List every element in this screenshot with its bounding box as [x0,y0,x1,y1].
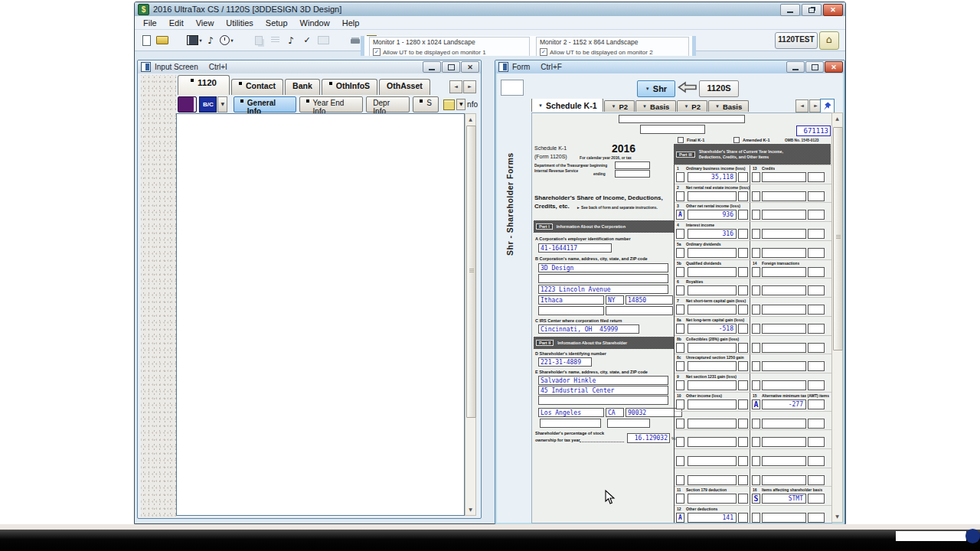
copy-icon[interactable]: ▾ [251,33,266,48]
shareholder-street-field[interactable]: 45 Industrial Center [538,386,668,395]
restore-button[interactable] [802,4,822,16]
unit-field[interactable] [738,210,748,220]
unit-field[interactable] [738,343,748,353]
list-icon[interactable]: ▾ [267,33,283,48]
amount-field[interactable] [688,437,737,447]
amount-field[interactable] [762,305,806,315]
book-icon[interactable]: ▾ [187,33,202,48]
unit-field[interactable] [738,305,748,315]
unit-field[interactable] [738,419,748,429]
unit-field[interactable] [738,172,748,182]
input-maximize-button[interactable] [442,61,460,73]
unit-field[interactable] [738,380,748,390]
code-field[interactable] [676,419,684,429]
amount-field[interactable] [762,456,806,466]
amount-field[interactable] [762,513,806,523]
amount-field[interactable] [762,267,806,277]
menu-item[interactable]: Help [336,18,366,28]
code-field[interactable] [752,343,760,353]
field-a-value[interactable]: 41-1644117 [538,243,612,253]
code-field[interactable] [676,343,684,353]
unit-field[interactable] [808,285,825,295]
toolbar-separator[interactable]: ▾ [171,33,186,48]
code-field[interactable] [676,305,684,315]
code-field[interactable] [752,191,760,201]
note-icon[interactable]: ♪▾ [283,33,299,48]
shareholder-state-field[interactable]: CA [606,408,624,417]
corp-state-field[interactable]: NY [606,295,624,305]
shareholder-city-field[interactable]: Los Angeles [538,408,604,417]
amount-field[interactable] [688,343,737,353]
unit-field[interactable] [808,475,825,485]
unit-field[interactable] [738,267,748,277]
unit-field[interactable] [808,324,825,334]
amount-field[interactable] [762,172,806,182]
amount-field[interactable] [688,419,737,429]
amount-field[interactable] [762,191,806,201]
code-field[interactable]: S [752,494,760,504]
unit-field[interactable] [738,324,748,334]
form-scrollbar[interactable]: ▲ ▼ [831,112,843,523]
code-field[interactable]: A [676,210,684,220]
menu-item[interactable]: Window [294,18,336,28]
bc-view-icon[interactable]: B/C [199,96,217,112]
unit-field[interactable] [808,267,825,277]
amount-field[interactable]: 316 [688,229,737,239]
amount-field[interactable] [762,361,806,371]
code-field[interactable] [752,380,760,390]
amount-field[interactable]: 141 [688,513,737,523]
shareholder-name-field[interactable]: Salvador Hinkle [538,376,668,385]
amount-field[interactable] [762,419,806,429]
form-tab[interactable]: ▼ P2 [604,100,635,112]
unit-field[interactable] [808,513,825,523]
amount-field[interactable] [762,324,806,334]
input-screen-tab[interactable]: OthInfoS [322,79,377,95]
code-field[interactable] [752,229,760,239]
pages-icon[interactable] [443,99,456,110]
scroll-down-icon[interactable]: ▼ [466,504,475,515]
amended-k1-checkbox[interactable] [733,137,740,143]
input-minimize-button[interactable] [423,61,441,73]
minimize-button[interactable] [780,4,800,16]
corp-city-field[interactable]: Ithaca [538,295,604,305]
unit-field[interactable] [808,361,825,371]
unit-field[interactable] [808,343,825,353]
unit-field[interactable] [808,229,825,239]
code-field[interactable] [752,248,760,258]
unit-field[interactable] [808,191,825,201]
code-field[interactable] [676,456,684,466]
unit-field[interactable] [738,191,748,201]
unit-field[interactable] [738,399,748,409]
amount-field[interactable] [762,437,806,447]
amount-field[interactable] [762,248,806,258]
image-icon[interactable]: ▾ [315,33,331,48]
code-field[interactable] [752,305,760,315]
unit-field[interactable] [808,172,825,182]
form-tab-scroll-left[interactable]: ◄ [795,99,808,112]
unit-field[interactable] [738,248,748,258]
year-beginning-field[interactable] [615,161,650,169]
input-section-tab[interactable]: Depr Info [366,96,410,112]
federal-flag-icon[interactable] [501,80,524,96]
amount-field[interactable] [688,494,737,504]
toolbar-separator[interactable]: ▾ [332,33,347,48]
code-field[interactable]: A [676,513,684,523]
k1-top-field-2[interactable] [640,125,705,134]
amount-field[interactable] [688,475,737,485]
shareholder-address2-field[interactable] [538,396,668,405]
form-close-button[interactable]: ✕ [825,61,843,73]
code-field[interactable] [676,248,684,258]
code-field[interactable] [752,475,760,485]
section-dropdown-icon[interactable]: ▼ [456,99,466,110]
amount-field[interactable] [688,191,737,201]
input-section-tab[interactable]: General Info [234,96,296,112]
unit-field[interactable] [808,494,825,504]
code-field[interactable] [676,475,684,485]
input-screen-titlebar[interactable]: Input Screen Ctrl+I ✕ [138,60,481,73]
form-titlebar[interactable]: Form Ctrl+F ✕ [495,60,844,73]
amount-field[interactable] [688,380,737,390]
unit-field[interactable] [738,437,748,447]
unit-field[interactable] [808,437,825,447]
corp-zip2-field[interactable] [606,306,673,315]
scroll-up-icon[interactable]: ▲ [466,114,475,125]
